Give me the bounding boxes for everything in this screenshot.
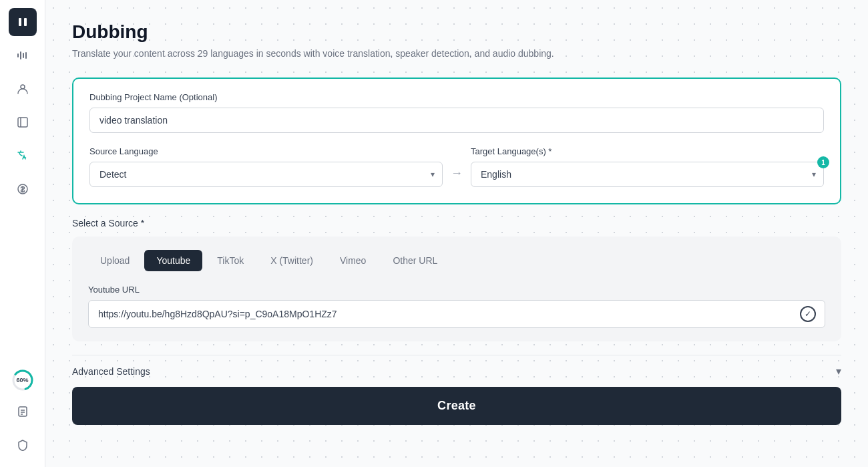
advanced-settings-row[interactable]: Advanced Settings ▾ <box>72 355 841 387</box>
create-button[interactable]: Create <box>72 387 841 425</box>
progress-label: 60% <box>16 377 28 383</box>
svg-rect-12 <box>19 407 27 416</box>
project-name-input[interactable] <box>89 108 824 133</box>
page-subtitle: Translate your content across 29 languag… <box>72 48 841 59</box>
user-icon[interactable] <box>9 75 37 103</box>
tab-vimeo[interactable]: Vimeo <box>328 250 378 271</box>
youtube-url-wrapper: ✓ <box>88 300 825 328</box>
tab-twitter[interactable]: X (Twitter) <box>258 250 325 271</box>
book-icon[interactable] <box>9 108 37 136</box>
svg-rect-0 <box>19 18 21 26</box>
source-section: Select a Source * Upload Youtube TikTok … <box>72 218 841 341</box>
project-settings-card: Dubbing Project Name (Optional) Source L… <box>72 77 841 204</box>
tab-upload[interactable]: Upload <box>88 250 142 271</box>
advanced-settings-chevron: ▾ <box>836 365 841 377</box>
tab-other-url[interactable]: Other URL <box>381 250 449 271</box>
target-language-label: Target Language(s) * <box>471 146 824 156</box>
waveform-icon[interactable] <box>9 41 37 69</box>
youtube-url-label: Youtube URL <box>88 285 825 295</box>
url-check-icon: ✓ <box>800 306 816 322</box>
arrow-icon: → <box>451 166 463 180</box>
target-language-count-badge: 1 <box>817 156 829 168</box>
progress-circle: 60% <box>11 368 35 392</box>
translate-icon[interactable] <box>9 142 37 170</box>
tab-tiktok[interactable]: TikTok <box>205 250 256 271</box>
svg-rect-5 <box>25 52 27 59</box>
svg-rect-4 <box>23 53 24 58</box>
pause-icon[interactable] <box>9 8 37 36</box>
source-language-group: Source Language Detect English Spanish F… <box>89 146 443 187</box>
tab-youtube[interactable]: Youtube <box>144 250 202 271</box>
page-title: Dubbing <box>72 21 841 43</box>
source-language-label: Source Language <box>89 146 443 156</box>
youtube-url-input[interactable] <box>88 300 825 328</box>
dollar-icon[interactable] <box>9 175 37 203</box>
advanced-settings-label: Advanced Settings <box>72 366 150 377</box>
svg-rect-1 <box>24 18 27 26</box>
target-language-select[interactable]: English Spanish French German Japanese <box>471 162 824 187</box>
svg-point-6 <box>21 85 25 89</box>
source-card: Upload Youtube TikTok X (Twitter) Vimeo … <box>72 237 841 341</box>
target-language-group: Target Language(s) * English Spanish Fre… <box>471 146 824 187</box>
main-content: Dubbing Translate your content across 29… <box>45 0 868 467</box>
source-section-label: Select a Source * <box>72 218 841 228</box>
svg-rect-2 <box>17 53 19 57</box>
project-name-label: Dubbing Project Name (Optional) <box>89 92 824 102</box>
sidebar: 60% <box>0 0 45 467</box>
svg-rect-7 <box>18 118 27 127</box>
source-language-select[interactable]: Detect English Spanish French German <box>89 162 443 187</box>
shield-icon[interactable] <box>9 431 37 459</box>
source-tabs: Upload Youtube TikTok X (Twitter) Vimeo … <box>88 250 825 271</box>
file-icon[interactable] <box>9 398 37 426</box>
svg-rect-3 <box>20 51 21 59</box>
